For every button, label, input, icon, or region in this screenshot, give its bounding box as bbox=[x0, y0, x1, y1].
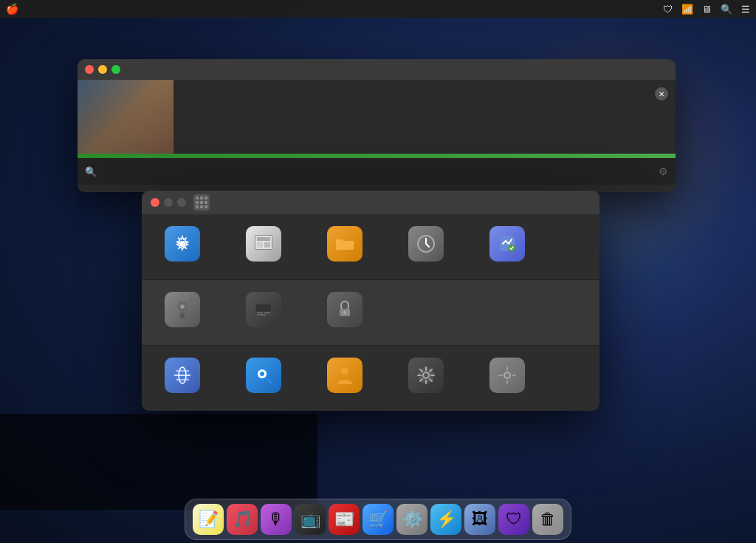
window-close-button[interactable] bbox=[85, 65, 94, 74]
pref-item-supported-sites[interactable] bbox=[142, 346, 223, 411]
menubar-list-icon[interactable]: ☰ bbox=[741, 4, 750, 15]
destination-icon bbox=[327, 226, 362, 262]
svg-point-30 bbox=[341, 367, 348, 375]
svg-rect-17 bbox=[257, 314, 266, 315]
prefs-row-3 bbox=[142, 346, 599, 411]
dock-item-trash[interactable]: 🗑 bbox=[532, 504, 563, 535]
prefs-maximize-button[interactable] bbox=[177, 198, 186, 207]
svg-rect-11 bbox=[180, 313, 185, 318]
supported-sites-icon bbox=[165, 358, 200, 393]
menubar-screen-icon: 🖥 bbox=[702, 4, 712, 15]
grid-dot bbox=[196, 205, 199, 208]
advanced-icon bbox=[408, 358, 444, 393]
menu-bar-right: 🛡 📶 🖥 🔍 ☰ bbox=[663, 4, 750, 15]
updates-icon bbox=[489, 358, 525, 393]
svg-point-28 bbox=[260, 372, 264, 376]
download-close-button[interactable]: ✕ bbox=[655, 87, 668, 100]
dock-item-downie[interactable]: ⚡ bbox=[430, 504, 461, 535]
postprocessing-icon bbox=[165, 292, 200, 327]
search-engines-icon bbox=[246, 358, 281, 393]
pref-item-search-engines[interactable] bbox=[223, 346, 304, 411]
pref-item-browser-extensions[interactable] bbox=[467, 214, 548, 279]
svg-rect-5 bbox=[264, 242, 270, 247]
menubar-search-icon[interactable]: 🔍 bbox=[721, 4, 732, 15]
dock-item-notes[interactable]: 📝 bbox=[193, 504, 224, 535]
download-thumbnail bbox=[78, 80, 173, 154]
window-controls bbox=[85, 65, 120, 74]
dock: 📝 🎵 🎙 📺 📰 🛒 ⚙️ ⚡ 🖼 🛡 🗑 bbox=[185, 499, 571, 540]
menubar-wifi-icon: 📶 bbox=[681, 4, 693, 15]
subtitles-audio-icon bbox=[246, 292, 281, 327]
svg-rect-15 bbox=[257, 312, 263, 313]
prefs-close-button[interactable] bbox=[151, 198, 159, 207]
history-icon bbox=[408, 226, 444, 262]
appearance-icon bbox=[246, 226, 281, 262]
dock-item-security[interactable]: 🛡 bbox=[498, 504, 529, 535]
window-maximize-button[interactable] bbox=[111, 65, 120, 74]
menu-bar-left: 🍎 bbox=[6, 3, 101, 15]
pref-item-updates[interactable] bbox=[467, 346, 548, 411]
menu-bar: 🍎 🛡 📶 🖥 🔍 ☰ bbox=[0, 0, 756, 18]
search-icon: 🔍 bbox=[85, 166, 97, 177]
grid-dot bbox=[196, 201, 199, 204]
svg-rect-4 bbox=[257, 242, 263, 247]
apple-menu[interactable]: 🍎 bbox=[6, 3, 18, 15]
watermark bbox=[0, 414, 317, 510]
dock-item-app-store[interactable]: 🛒 bbox=[362, 504, 394, 535]
dock-item-preview[interactable]: 🖼 bbox=[464, 504, 495, 535]
pref-item-history[interactable] bbox=[385, 214, 467, 279]
prefs-row-2 bbox=[142, 280, 599, 346]
prefs-window-controls bbox=[151, 198, 186, 207]
browser-extensions-icon bbox=[489, 226, 525, 262]
general-icon bbox=[165, 226, 200, 262]
grid-dot bbox=[205, 201, 207, 204]
svg-point-12 bbox=[182, 306, 184, 308]
pref-item-proxy-server[interactable] bbox=[304, 280, 385, 345]
download-item: ✕ bbox=[78, 80, 676, 154]
prefs-grid-icon bbox=[193, 194, 210, 211]
dock-item-apple-tv[interactable]: 📺 bbox=[295, 504, 326, 535]
dock-item-system-prefs[interactable]: ⚙️ bbox=[396, 504, 427, 535]
grid-dot bbox=[200, 197, 203, 199]
grid-dot bbox=[200, 201, 203, 204]
svg-point-0 bbox=[179, 241, 185, 247]
grid-dot bbox=[196, 197, 199, 199]
grid-dot bbox=[205, 197, 207, 199]
svg-rect-16 bbox=[264, 312, 270, 313]
svg-line-29 bbox=[267, 378, 271, 383]
prefs-content bbox=[142, 214, 599, 411]
window-title-bar bbox=[78, 59, 676, 80]
download-info bbox=[173, 80, 676, 154]
proxy-server-icon bbox=[327, 292, 362, 327]
dock-item-music[interactable]: 🎵 bbox=[227, 504, 258, 535]
search-bar: 🔍 ⚙ bbox=[78, 158, 676, 185]
window-minimize-button[interactable] bbox=[98, 65, 107, 74]
main-window: ✕ 🔍 ⚙ bbox=[78, 59, 676, 192]
prefs-title-bar bbox=[142, 191, 599, 214]
dock-item-podcasts[interactable]: 🎙 bbox=[261, 504, 292, 535]
pref-item-parental-controls[interactable] bbox=[304, 346, 385, 411]
svg-point-20 bbox=[343, 311, 346, 314]
preferences-window bbox=[142, 191, 599, 411]
prefs-minimize-button[interactable] bbox=[164, 198, 173, 207]
svg-rect-3 bbox=[257, 237, 270, 241]
grid-dot bbox=[205, 205, 207, 208]
pref-item-general[interactable] bbox=[142, 214, 223, 279]
grid-dot bbox=[200, 205, 203, 208]
pref-item-subtitles-audio[interactable] bbox=[223, 280, 304, 345]
settings-gear-icon[interactable]: ⚙ bbox=[659, 165, 668, 177]
svg-rect-14 bbox=[256, 304, 271, 312]
pref-item-advanced[interactable] bbox=[385, 346, 467, 411]
pref-item-postprocessing[interactable] bbox=[142, 280, 223, 345]
pref-item-appearance[interactable] bbox=[223, 214, 304, 279]
menubar-shield-icon: 🛡 bbox=[663, 4, 673, 15]
pref-item-destination[interactable] bbox=[304, 214, 385, 279]
prefs-row-1 bbox=[142, 214, 599, 280]
parental-controls-icon bbox=[327, 358, 362, 393]
dock-item-news[interactable]: 📰 bbox=[329, 504, 360, 535]
